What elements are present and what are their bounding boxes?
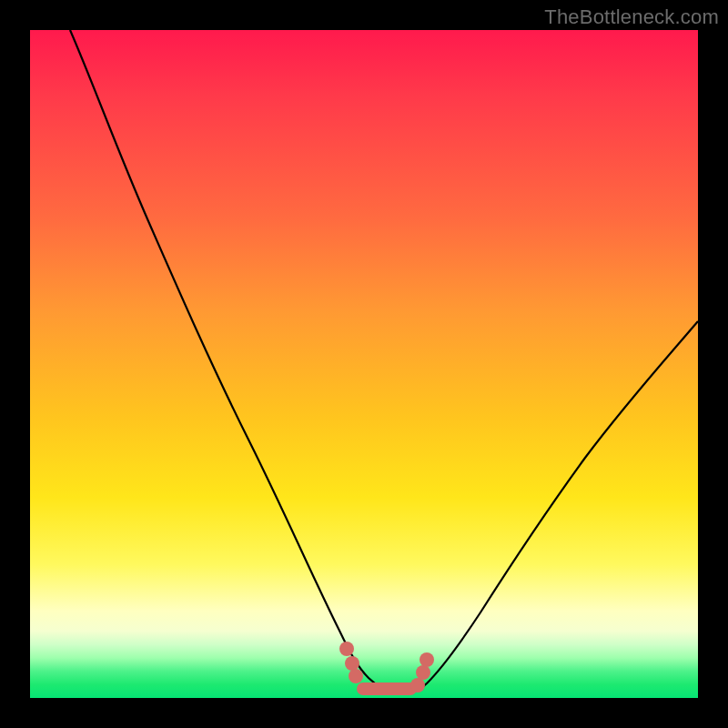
svg-point-5 xyxy=(420,652,434,667)
watermark-text: TheBottleneck.com xyxy=(544,5,719,29)
svg-point-3 xyxy=(410,678,425,693)
svg-point-0 xyxy=(339,642,354,656)
svg-point-2 xyxy=(349,669,363,683)
bottleneck-curve xyxy=(70,30,698,693)
chart-frame: TheBottleneck.com xyxy=(0,0,728,728)
svg-point-1 xyxy=(345,656,359,671)
plot-area xyxy=(30,30,698,698)
optimal-range-markers xyxy=(339,642,434,693)
chart-svg xyxy=(30,30,698,698)
svg-point-4 xyxy=(416,665,430,680)
